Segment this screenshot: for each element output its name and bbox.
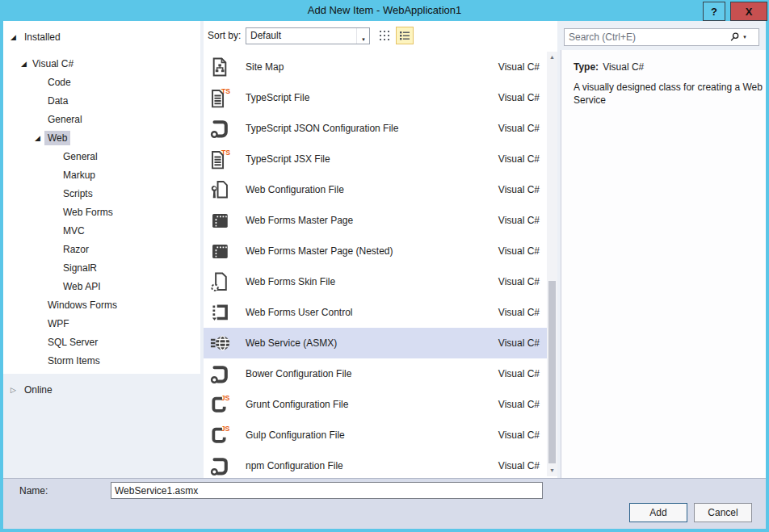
svg-text:JS: JS [221, 425, 230, 433]
category-web[interactable]: ◢ Web [3, 129, 200, 148]
installed-categories-panel: ◢ Installed ◢ Visual C# Code Data Genera… [3, 21, 200, 374]
web-service-icon [209, 333, 230, 354]
category-razor[interactable]: Razor [3, 241, 200, 259]
small-icons-view-button[interactable] [376, 27, 393, 44]
template-name: Web Configuration File [246, 174, 344, 205]
installed-expander-icon[interactable]: ◢ [11, 28, 22, 46]
list-scrollbar[interactable] [547, 52, 557, 476]
category-general[interactable]: General [3, 111, 200, 129]
skin-file-icon [209, 271, 230, 292]
category-scripts[interactable]: Scripts [3, 185, 200, 203]
category-signalr[interactable]: SignalR [3, 259, 200, 278]
js-config-icon: JS [209, 394, 230, 415]
template-list-item[interactable]: Web Forms Skin File Visual C# [204, 266, 547, 297]
template-name: npm Configuration File [246, 450, 343, 478]
template-language: Visual C# [498, 358, 540, 389]
category-label: Scripts [60, 186, 96, 201]
json-config-icon [209, 455, 230, 476]
online-expander-icon[interactable]: ▷ [11, 381, 16, 399]
category-tree: ◢ Visual C# Code Data General ◢ Web Gene… [3, 55, 200, 371]
search-icon [729, 31, 740, 43]
template-language: Visual C# [498, 205, 540, 236]
template-list-item[interactable]: Web Service (ASMX) Visual C# [204, 328, 547, 358]
list-view-button[interactable] [396, 27, 414, 44]
category-label: General [44, 112, 86, 127]
dialog-title: Add New Item - WebApplication1 [0, 0, 769, 21]
category-label: Web API [60, 279, 103, 294]
sort-by-label: Sort by: [208, 21, 241, 50]
template-list-item[interactable]: Site Map Visual C# [204, 52, 547, 82]
cancel-button[interactable]: Cancel [694, 503, 752, 522]
category-web-forms[interactable]: Web Forms [3, 203, 200, 222]
type-value: Visual C# [603, 61, 644, 73]
template-language: Visual C# [498, 328, 540, 358]
category-markup[interactable]: Markup [3, 166, 200, 185]
template-language: Visual C# [498, 420, 540, 450]
template-list-panel: Sort by: Default [204, 21, 557, 478]
help-button[interactable]: ? [703, 2, 725, 21]
template-language: Visual C# [498, 82, 540, 113]
add-button[interactable]: Add [629, 503, 687, 522]
category-general[interactable]: General [3, 148, 200, 166]
category-wpf[interactable]: WPF [3, 315, 200, 333]
category-storm-items[interactable]: Storm Items [3, 352, 200, 371]
online-group-header[interactable]: ▷ Online [3, 381, 200, 399]
template-name: Web Forms Skin File [246, 266, 335, 297]
template-list-item[interactable]: Web Forms Master Page Visual C# [204, 205, 547, 236]
json-config-icon [209, 118, 230, 139]
category-label: Web Forms [60, 205, 116, 220]
scroll-down-icon[interactable] [547, 465, 557, 476]
online-group-label: Online [24, 381, 53, 399]
template-language: Visual C# [498, 266, 540, 297]
tree-expander-icon[interactable]: ◢ [35, 129, 40, 148]
json-config-icon [209, 363, 230, 384]
template-language: Visual C# [498, 389, 540, 420]
category-label: MVC [60, 224, 88, 238]
template-name: Web Forms Master Page (Nested) [246, 236, 393, 266]
category-sql-server[interactable]: SQL Server [3, 333, 200, 352]
scroll-up-icon[interactable] [547, 52, 557, 63]
footer-bar: Name: Add Cancel [3, 478, 766, 529]
template-list-item[interactable]: JS Grunt Configuration File Visual C# [204, 389, 547, 420]
dropdown-arrow-icon[interactable] [356, 28, 369, 44]
add-new-item-dialog: Add New Item - WebApplication1 ? X ◢ Ins… [0, 0, 769, 532]
category-label: Markup [60, 168, 99, 182]
search-box[interactable] [564, 28, 759, 46]
template-list-item[interactable]: Bower Configuration File Visual C# [204, 358, 547, 389]
scrollbar-thumb[interactable] [548, 281, 556, 463]
list-view-icon [398, 29, 411, 42]
template-list-item[interactable]: Web Configuration File Visual C# [204, 174, 547, 205]
search-options-arrow-icon[interactable] [742, 35, 747, 40]
installed-group-header[interactable]: ◢ Installed [3, 28, 200, 46]
titlebar[interactable]: Add New Item - WebApplication1 ? X [0, 0, 769, 21]
category-code[interactable]: Code [3, 73, 200, 92]
category-label: Data [44, 94, 71, 108]
sitemap-icon [209, 57, 230, 77]
category-label: WPF [44, 316, 73, 331]
template-list-item[interactable]: Web Forms Master Page (Nested) Visual C# [204, 236, 547, 266]
category-label: Storm Items [44, 354, 103, 368]
category-data[interactable]: Data [3, 92, 200, 111]
category-visual-c-[interactable]: ◢ Visual C# [3, 55, 200, 73]
template-list-item[interactable]: JS Gulp Configuration File Visual C# [204, 420, 547, 450]
name-input[interactable] [111, 482, 543, 499]
sort-by-dropdown[interactable]: Default [246, 27, 370, 44]
small-icons-view-icon [378, 29, 391, 42]
template-name: Bower Configuration File [246, 358, 351, 389]
template-list-item[interactable]: TypeScript JSON Configuration File Visua… [204, 113, 547, 144]
category-web-api[interactable]: Web API [3, 278, 200, 296]
template-list-item[interactable]: TS TypeScript File Visual C# [204, 82, 547, 113]
template-description: A visually designed class for creating a… [574, 81, 763, 107]
category-label: Web [44, 131, 70, 145]
template-list-item[interactable]: TS TypeScript JSX File Visual C# [204, 144, 547, 174]
category-windows-forms[interactable]: Windows Forms [3, 296, 200, 315]
template-details-panel: Type:Visual C# A visually designed class… [561, 50, 766, 478]
close-button[interactable]: X [730, 2, 767, 21]
template-language: Visual C# [498, 52, 540, 82]
template-list-item[interactable]: Web Forms User Control Visual C# [204, 297, 547, 328]
category-mvc[interactable]: MVC [3, 222, 200, 241]
category-label: General [60, 149, 101, 164]
template-name: TypeScript File [246, 82, 309, 113]
template-list-item[interactable]: npm Configuration File Visual C# [204, 450, 547, 478]
tree-expander-icon[interactable]: ◢ [21, 55, 27, 73]
